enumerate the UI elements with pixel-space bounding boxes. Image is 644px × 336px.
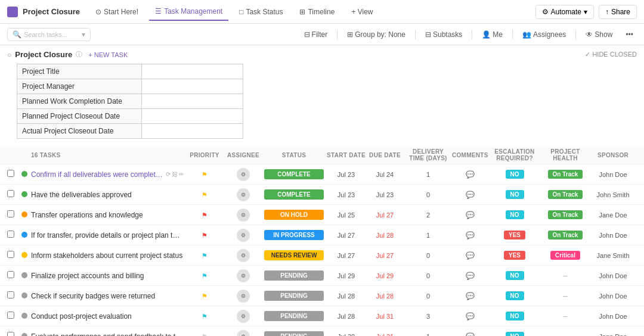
task-priority[interactable]: ⚑ [184, 272, 225, 280]
task-checkbox[interactable] [7, 170, 21, 179]
new-task-button[interactable]: + NEW TASK [88, 51, 128, 58]
task-priority[interactable]: ⚑ [184, 191, 225, 199]
health-badge: On Track [548, 190, 583, 199]
task-status[interactable]: PENDING [261, 291, 327, 301]
task-status[interactable]: PENDING [261, 270, 327, 281]
show-button[interactable]: 👁 Show [582, 29, 616, 41]
comment-icon: 💬 [466, 272, 475, 280]
task-checkbox[interactable] [7, 312, 21, 321]
col-header-due: DUE DATE [366, 152, 404, 158]
health-badge: On Track [548, 210, 583, 219]
link-icon[interactable]: ⛓ [172, 171, 178, 178]
info-value[interactable] [142, 64, 243, 79]
info-value[interactable] [142, 109, 243, 124]
automate-button[interactable]: ⚙ Automate ▾ [535, 5, 594, 19]
task-status[interactable]: COMPLETE [261, 189, 327, 200]
assignees-button[interactable]: 👥 Assignees [519, 29, 569, 41]
task-health: – [541, 312, 589, 321]
task-priority[interactable]: ⚑ [184, 170, 225, 179]
task-health: On Track [541, 210, 589, 219]
task-name-cell: Finalize project accounts and billing [31, 272, 184, 280]
task-status[interactable]: NEEDS REVIEW [261, 250, 327, 260]
priority-flag-icon: ⚑ [202, 191, 208, 198]
task-comments[interactable]: 💬 [452, 312, 488, 321]
task-health: – [541, 292, 589, 300]
task-status[interactable]: IN PROGRESS [261, 230, 327, 240]
task-assignee[interactable]: ⚙ [225, 209, 261, 222]
info-value[interactable] [142, 79, 243, 94]
toolbar-divider-4 [512, 30, 513, 39]
task-comments[interactable]: 💬 [452, 251, 488, 260]
task-priority[interactable]: ⚑ [184, 251, 225, 260]
task-assignee[interactable]: ⚙ [225, 330, 261, 337]
tab-start-here[interactable]: ⊙ Start Here! [89, 3, 144, 21]
task-priority[interactable]: ⚑ [184, 231, 225, 239]
more-options-button[interactable]: ••• [622, 29, 637, 41]
task-status[interactable]: COMPLETE [261, 169, 327, 179]
search-input-wrap[interactable]: 🔍 Search tasks... ▾ [7, 28, 91, 41]
escalation-badge: NO [506, 190, 524, 199]
task-comments[interactable]: 💬 [452, 170, 488, 179]
section-header: ○ Project Closure ⓘ + NEW TASK ✓ HIDE CL… [0, 45, 644, 64]
task-checkbox[interactable] [7, 332, 21, 336]
info-value[interactable] [142, 94, 243, 109]
task-comments[interactable]: 💬 [452, 272, 488, 280]
task-assignee[interactable]: ⚙ [225, 269, 261, 282]
health-badge: On Track [548, 231, 583, 239]
task-status[interactable]: PENDING [261, 311, 327, 321]
task-checkbox[interactable] [7, 271, 21, 280]
assignee-avatar: ⚙ [237, 269, 250, 282]
me-button[interactable]: 👤 Me [478, 29, 506, 41]
info-icon[interactable]: ⓘ [76, 50, 82, 59]
task-assignee[interactable]: ⚙ [225, 310, 261, 323]
task-color-dot [21, 211, 31, 219]
col-header-sponsor: SPONSOR [589, 152, 637, 158]
assignee-avatar: ⚙ [237, 188, 250, 201]
share-button[interactable]: ↑ Share [599, 5, 637, 19]
tab-view[interactable]: + View [345, 3, 379, 21]
repeat-icon[interactable]: ⟳ [166, 171, 171, 178]
task-priority[interactable]: ⚑ [184, 332, 225, 337]
col-header-escalation: ESCALATION REQUIRED? [488, 148, 541, 161]
table-row: Confirm if all deliverables were complet… [0, 164, 644, 185]
section-toggle[interactable]: ○ [7, 51, 11, 59]
task-comments[interactable]: 💬 [452, 191, 488, 199]
task-status[interactable]: ON HOLD [261, 210, 327, 220]
task-priority[interactable]: ⚑ [184, 211, 225, 219]
task-comments[interactable]: 💬 [452, 292, 488, 300]
task-priority[interactable]: ⚑ [184, 312, 225, 321]
hide-closed-button[interactable]: ✓ HIDE CLOSED [585, 51, 637, 58]
tab-task-status[interactable]: □ Task Status [233, 3, 289, 21]
task-comments[interactable]: 💬 [452, 231, 488, 239]
task-checkbox[interactable] [7, 251, 21, 260]
task-checkbox[interactable] [7, 210, 21, 219]
priority-flag-icon: ⚑ [202, 313, 208, 320]
edit-icon[interactable]: ✏ [179, 171, 184, 178]
task-assignee[interactable]: ⚙ [225, 168, 261, 181]
task-checkbox[interactable] [7, 231, 21, 239]
task-comments[interactable]: 💬 [452, 332, 488, 337]
comment-icon: 💬 [466, 170, 475, 179]
task-checkbox[interactable] [7, 190, 21, 199]
tab-task-management[interactable]: ☰ Task Management [149, 3, 228, 21]
group-by-button[interactable]: ⊞ Group by: None [343, 29, 409, 41]
info-value[interactable] [142, 124, 243, 139]
filter-button[interactable]: ⊟ Filter [301, 29, 332, 41]
task-name[interactable]: Confirm if all deliverables were complet… [31, 170, 163, 179]
tab-timeline[interactable]: ⊞ Timeline [293, 3, 340, 21]
task-assignee[interactable]: ⚙ [225, 290, 261, 303]
info-label: Project Title [17, 64, 142, 79]
task-comments[interactable]: 💬 [452, 211, 488, 219]
task-checkbox[interactable] [7, 291, 21, 300]
task-assignee[interactable]: ⚙ [225, 249, 261, 262]
task-priority[interactable]: ⚑ [184, 292, 225, 300]
subtasks-button[interactable]: ⊟ Subtasks [422, 29, 466, 41]
toolbar-divider-2 [415, 30, 416, 39]
comment-icon: 💬 [466, 292, 475, 300]
task-start-date: Jul 27 [327, 252, 366, 259]
task-due-date: Jul 28 [366, 232, 404, 239]
task-status[interactable]: PENDING [261, 331, 327, 336]
task-assignee[interactable]: ⚙ [225, 229, 261, 242]
task-assignee[interactable]: ⚙ [225, 188, 261, 201]
task-escalation: NO [488, 170, 541, 179]
